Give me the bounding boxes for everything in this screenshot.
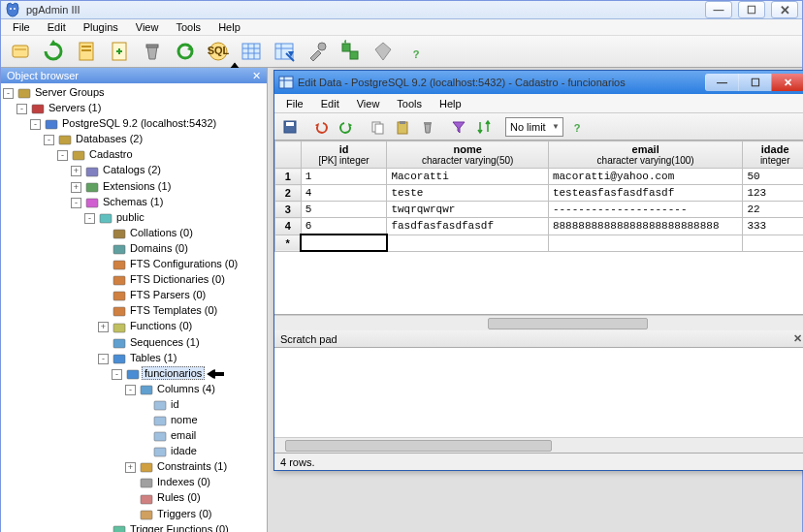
cell-idade[interactable]: 50 <box>743 169 803 185</box>
edit-maximize-button[interactable]: ☐ <box>738 74 771 91</box>
tree-toggle[interactable]: - <box>112 369 122 380</box>
save-button[interactable] <box>278 115 302 139</box>
row-header[interactable]: 3 <box>275 202 302 218</box>
cell-idade[interactable]: 22 <box>743 202 803 218</box>
menu-help[interactable]: Help <box>210 19 248 35</box>
table-row[interactable]: 11Macorattimacoratti@yahoo.com50 <box>275 169 804 185</box>
tree-node[interactable]: -Cadastro <box>3 147 265 163</box>
filtered-data-button[interactable] <box>269 36 300 67</box>
row-header[interactable]: * <box>275 235 302 251</box>
corner-cell[interactable] <box>275 141 302 169</box>
tree-toggle[interactable]: - <box>3 88 14 99</box>
maximize-button[interactable]: ☐ <box>738 1 765 18</box>
column-header[interactable]: idadeinteger <box>743 141 803 169</box>
redo-button[interactable] <box>335 115 358 139</box>
tree-toggle[interactable]: + <box>71 166 81 176</box>
tree-node[interactable]: Rules (0) <box>3 490 265 506</box>
new-row[interactable]: * <box>275 235 804 251</box>
object-tree[interactable]: -Server Groups-Servers (1)-PostgreSQL 9.… <box>1 83 267 532</box>
properties-button[interactable] <box>71 36 102 67</box>
cell-idade[interactable]: 123 <box>743 185 803 202</box>
guru-hint-button[interactable] <box>368 36 399 67</box>
view-data-button[interactable] <box>236 36 267 67</box>
tree-node[interactable]: -Columns (4) <box>3 382 265 397</box>
data-grid[interactable]: id[PK] integernomecharacter varying(50)e… <box>274 141 803 315</box>
table-row[interactable]: 35twqrqwrqwr---------------------22 <box>275 202 804 218</box>
cell-idade[interactable]: 333 <box>743 218 803 235</box>
delete-button[interactable] <box>137 36 168 67</box>
tree-node[interactable]: -Schemas (1) <box>3 195 265 210</box>
tree-node[interactable]: -public <box>3 210 265 226</box>
tree-node[interactable]: +Extensions (1) <box>3 179 265 195</box>
copy-button[interactable] <box>366 115 389 139</box>
tree-node[interactable]: FTS Templates (0) <box>3 303 265 319</box>
tree-toggle[interactable]: - <box>44 135 54 145</box>
table-row[interactable]: 46fasdfasfasdfasdf8888888888888888888888… <box>275 218 804 235</box>
cell-id[interactable]: 4 <box>301 185 387 202</box>
tree-node[interactable]: Trigger Functions (0) <box>3 522 265 532</box>
menu-tools[interactable]: Tools <box>168 19 209 35</box>
maintenance-button[interactable] <box>302 36 333 67</box>
table-row[interactable]: 24testetesteasfasfasdfasdf123 <box>275 185 804 202</box>
edit-menu-help[interactable]: Help <box>432 96 469 111</box>
tree-node[interactable]: +Constraints (1) <box>3 459 265 475</box>
undo-button[interactable] <box>309 115 333 139</box>
sql-button[interactable]: SQL <box>203 36 234 67</box>
tree-node[interactable]: idade <box>3 444 265 459</box>
tree-node[interactable]: Sequences (1) <box>3 335 265 351</box>
filter-button[interactable] <box>447 115 470 139</box>
row-limit-select[interactable]: No limit <box>505 117 563 137</box>
paste-button[interactable] <box>391 115 414 139</box>
column-header[interactable]: id[PK] integer <box>301 141 387 169</box>
tree-toggle[interactable]: - <box>98 354 109 364</box>
tree-node[interactable]: FTS Dictionaries (0) <box>3 272 265 288</box>
cell-email[interactable]: macoratti@yahoo.com <box>548 169 742 185</box>
cell-email[interactable]: testeasfasfasdfasdf <box>548 185 742 202</box>
menu-edit[interactable]: Edit <box>40 19 74 35</box>
edit-menu-tools[interactable]: Tools <box>389 96 430 111</box>
tree-node[interactable]: email <box>3 428 265 444</box>
tree-toggle[interactable]: - <box>57 150 68 161</box>
tree-node[interactable]: -PostgreSQL 9.2 (localhost:5432) <box>3 116 265 132</box>
cell-id[interactable] <box>301 235 387 251</box>
menu-view[interactable]: View <box>128 19 167 35</box>
cell-idade[interactable] <box>743 235 803 251</box>
tree-node[interactable]: -funcionarios <box>3 366 265 382</box>
cell-nome[interactable]: teste <box>387 185 548 202</box>
cell-id[interactable]: 6 <box>301 218 387 235</box>
cell-email[interactable] <box>548 235 742 251</box>
tree-toggle[interactable]: - <box>84 213 95 224</box>
tree-node[interactable]: Domains (0) <box>3 241 265 257</box>
delete-row-button[interactable] <box>416 115 439 139</box>
scratch-close-button[interactable]: ✕ <box>793 332 802 345</box>
menu-plugins[interactable]: Plugins <box>76 19 126 35</box>
close-button[interactable]: ✕ <box>771 1 798 18</box>
tree-toggle[interactable]: + <box>71 182 81 193</box>
create-button[interactable] <box>104 36 135 67</box>
scratch-pad-body[interactable] <box>274 348 803 437</box>
cell-nome[interactable]: Macoratti <box>387 169 548 185</box>
edit-menu-edit[interactable]: Edit <box>313 96 347 111</box>
tree-node[interactable]: -Servers (1) <box>3 101 265 116</box>
cell-id[interactable]: 5 <box>301 202 387 218</box>
tree-toggle[interactable]: - <box>30 119 41 130</box>
tree-node[interactable]: Collations (0) <box>3 226 265 241</box>
tree-toggle[interactable]: - <box>125 385 136 395</box>
reload-button[interactable] <box>170 36 201 67</box>
tree-node[interactable]: -Tables (1) <box>3 351 265 366</box>
tree-node[interactable]: -Server Groups <box>3 85 265 101</box>
tree-toggle[interactable]: + <box>125 462 136 473</box>
tree-node[interactable]: Triggers (0) <box>3 507 265 522</box>
new-connection-button[interactable] <box>5 36 36 67</box>
tree-node[interactable]: nome <box>3 413 265 428</box>
edit-minimize-button[interactable]: — <box>705 74 738 91</box>
minimize-button[interactable]: — <box>705 1 732 18</box>
row-header[interactable]: 1 <box>275 169 302 185</box>
cell-id[interactable]: 1 <box>301 169 387 185</box>
sort-button[interactable] <box>472 115 496 139</box>
tree-node[interactable]: FTS Configurations (0) <box>3 257 265 272</box>
tree-toggle[interactable]: - <box>16 104 27 114</box>
tree-node[interactable]: +Functions (0) <box>3 319 265 334</box>
tree-toggle[interactable]: - <box>71 198 81 208</box>
edit-menu-view[interactable]: View <box>349 96 388 111</box>
